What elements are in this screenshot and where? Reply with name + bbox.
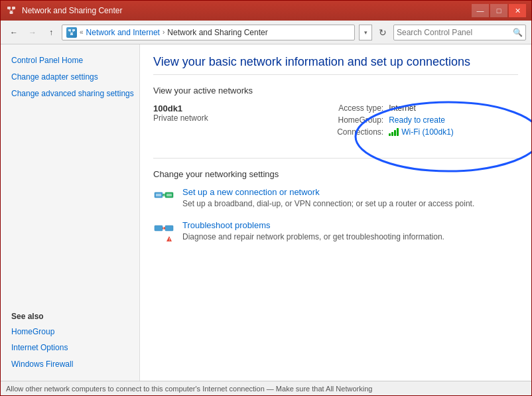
nav-bar: ← → ↑ « Network and Internet › Network a…	[1, 21, 531, 44]
svg-rect-1	[12, 7, 15, 9]
new-connection-content: Set up a new connection or network Set u…	[182, 187, 518, 208]
close-button[interactable]: ✕	[509, 4, 526, 17]
status-text: Allow other network computers to connect…	[6, 385, 372, 393]
troubleshoot-desc: Diagnose and repair network problems, or…	[182, 232, 444, 241]
svg-rect-18	[155, 226, 163, 231]
network-type: Private network	[153, 113, 273, 123]
troubleshoot-icon: ! !	[153, 222, 174, 243]
svg-rect-0	[7, 7, 11, 9]
access-type-label: Access type:	[273, 103, 383, 113]
new-connection-desc: Set up a broadband, dial-up, or VPN conn…	[182, 199, 474, 208]
title-bar: Network and Sharing Center — □ ✕	[1, 1, 531, 21]
status-bar: Allow other network computers to connect…	[1, 381, 531, 395]
content-area: Control Panel Home Change adapter settin…	[1, 44, 531, 381]
svg-rect-19	[165, 226, 173, 231]
title-bar-left: Network and Sharing Center	[6, 5, 122, 16]
network-details: Access type: Internet HomeGroup: Ready t…	[273, 103, 518, 137]
connections-label: Connections:	[273, 127, 383, 137]
main-window: Network and Sharing Center — □ ✕ ← → ↑ «	[0, 0, 532, 396]
svg-rect-12	[156, 194, 161, 196]
change-settings-heading: Change your networking settings	[153, 169, 518, 179]
up-button[interactable]: ↑	[43, 25, 59, 40]
active-networks-heading: View your active networks	[153, 86, 518, 96]
svg-line-4	[11, 9, 14, 11]
breadcrumb-icon	[66, 27, 77, 38]
sidebar-item-change-advanced-sharing[interactable]: Change advanced sharing settings	[1, 86, 139, 102]
network-name: 100dk1	[153, 103, 273, 113]
minimize-button[interactable]: —	[472, 4, 489, 17]
sidebar-item-change-adapter[interactable]: Change adapter settings	[1, 69, 139, 86]
breadcrumb-dropdown[interactable]: ▾	[359, 25, 372, 40]
sidebar-item-control-panel-home[interactable]: Control Panel Home	[1, 52, 139, 69]
breadcrumb-current: Network and Sharing Center	[167, 28, 267, 37]
search-icon[interactable]: 🔍	[513, 28, 523, 37]
setting-item-new-connection: + Set up a new connection or network Set…	[153, 187, 518, 210]
network-card: 100dk1 Private network Access type: Inte…	[153, 103, 518, 145]
new-connection-icon: +	[153, 188, 174, 210]
maximize-button[interactable]: □	[490, 4, 507, 17]
forward-button[interactable]: →	[25, 25, 40, 40]
sidebar-item-homegroup[interactable]: HomeGroup	[1, 324, 139, 340]
troubleshoot-link[interactable]: Troubleshoot problems	[182, 220, 518, 230]
wifi-signal-icon	[389, 128, 399, 136]
troubleshoot-content: Troubleshoot problems Diagnose and repai…	[182, 220, 518, 241]
access-type-value: Internet	[389, 103, 518, 113]
svg-rect-5	[68, 29, 71, 31]
svg-rect-6	[72, 29, 75, 31]
homegroup-value[interactable]: Ready to create	[389, 115, 518, 125]
breadcrumb: « Network and Internet › Network and Sha…	[62, 25, 355, 40]
breadcrumb-network-internet[interactable]: Network and Internet	[86, 28, 160, 37]
svg-rect-2	[10, 11, 13, 14]
breadcrumb-separator-right: ›	[163, 29, 165, 36]
svg-rect-14	[166, 194, 172, 196]
breadcrumb-separator-left: «	[80, 29, 84, 36]
window-icon	[6, 5, 17, 16]
search-box: 🔍	[393, 25, 526, 40]
refresh-button[interactable]: ↻	[375, 25, 391, 40]
new-connection-link[interactable]: Set up a new connection or network	[182, 187, 518, 197]
wifi-label: Wi-Fi (100dk1)	[401, 127, 454, 137]
svg-line-9	[72, 31, 74, 33]
svg-rect-7	[70, 33, 73, 35]
title-bar-controls: — □ ✕	[472, 4, 526, 17]
connections-value[interactable]: Wi-Fi (100dk1)	[389, 127, 518, 137]
window-title: Network and Sharing Center	[22, 6, 122, 15]
see-also-heading: See also	[1, 304, 139, 324]
sidebar: Control Panel Home Change adapter settin…	[1, 44, 140, 381]
homegroup-label: HomeGroup:	[273, 115, 383, 125]
network-name-area: 100dk1 Private network	[153, 103, 273, 123]
sidebar-item-internet-options[interactable]: Internet Options	[1, 340, 139, 356]
page-title: View your basic network information and …	[153, 55, 518, 75]
sidebar-item-windows-firewall[interactable]: Windows Firewall	[1, 356, 139, 373]
svg-line-8	[70, 31, 72, 33]
setting-item-troubleshoot: ! ! Troubleshoot problems Diagnose and r…	[153, 220, 518, 243]
main-panel: View your basic network information and …	[140, 44, 531, 381]
divider	[153, 158, 518, 159]
svg-line-3	[9, 9, 12, 11]
network-section: 100dk1 Private network Access type: Inte…	[153, 103, 518, 145]
search-input[interactable]	[397, 28, 510, 37]
back-button[interactable]: ←	[6, 25, 22, 40]
